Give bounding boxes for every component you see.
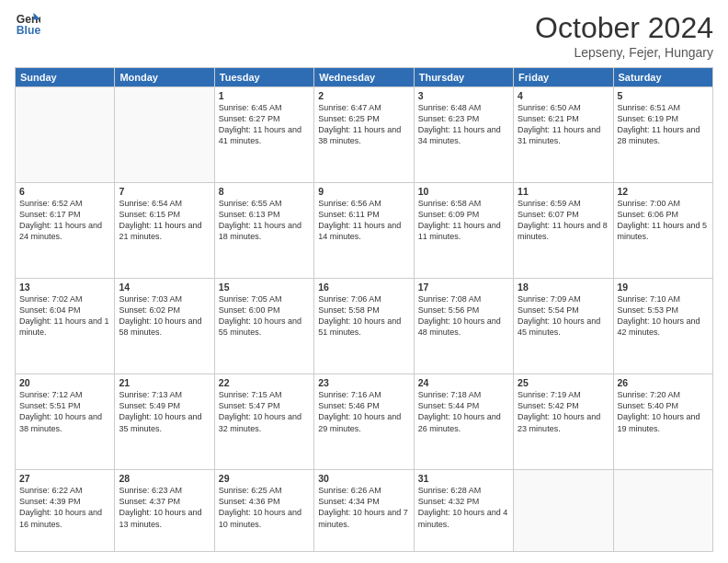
calendar-cell-w3-d7: 19 Sunrise: 7:10 AM Sunset: 5:53 PM Dayl… [613,279,712,374]
day-daylight: Daylight: 10 hours and 35 minutes. [119,412,201,432]
day-daylight: Daylight: 10 hours and 10 minutes. [219,508,301,528]
day-number: 8 [219,186,310,197]
calendar-cell-w4-d2: 21 Sunrise: 7:13 AM Sunset: 5:49 PM Dayl… [115,374,214,470]
header-monday: Monday [115,68,214,87]
day-daylight: Daylight: 11 hours and 24 minutes. [19,221,102,241]
day-number: 14 [119,282,210,293]
day-sunset: Sunset: 4:39 PM [19,497,81,506]
calendar-cell-w4-d7: 26 Sunrise: 7:20 AM Sunset: 5:40 PM Dayl… [613,374,712,470]
day-sunrise: Sunrise: 7:19 AM [518,390,581,399]
day-sunrise: Sunrise: 6:56 AM [318,199,381,208]
day-daylight: Daylight: 11 hours and 11 minutes. [418,221,501,241]
day-daylight: Daylight: 10 hours and 19 minutes. [618,412,700,432]
day-daylight: Daylight: 10 hours and 26 minutes. [418,412,501,432]
svg-text:Blue: Blue [17,24,40,37]
day-sunrise: Sunrise: 6:58 AM [418,199,482,208]
day-number: 22 [219,377,310,388]
calendar-cell-w5-d4: 30 Sunrise: 6:26 AM Sunset: 4:34 PM Dayl… [314,470,414,552]
day-sunrise: Sunrise: 6:50 AM [518,103,581,112]
day-daylight: Daylight: 11 hours and 38 minutes. [318,125,401,145]
day-sunset: Sunset: 5:44 PM [418,401,480,410]
day-number: 5 [618,90,709,101]
day-sunrise: Sunrise: 7:12 AM [19,390,83,399]
calendar-cell-w4-d3: 22 Sunrise: 7:15 AM Sunset: 5:47 PM Dayl… [214,374,313,470]
day-number: 10 [418,186,509,197]
day-daylight: Daylight: 10 hours and 13 minutes. [119,508,201,528]
day-sunrise: Sunrise: 6:25 AM [219,486,282,495]
day-number: 23 [318,377,409,388]
calendar-cell-w2-d6: 11 Sunrise: 6:59 AM Sunset: 6:07 PM Dayl… [514,183,613,279]
day-sunset: Sunset: 6:25 PM [318,114,380,123]
day-sunset: Sunset: 6:21 PM [518,114,579,123]
day-sunset: Sunset: 4:34 PM [318,497,380,506]
day-sunrise: Sunrise: 7:18 AM [418,390,482,399]
day-number: 27 [19,473,110,484]
day-daylight: Daylight: 11 hours and 5 minutes. [618,221,708,241]
day-sunrise: Sunrise: 6:23 AM [119,486,182,495]
day-sunset: Sunset: 4:32 PM [418,497,480,506]
day-number: 20 [19,377,110,388]
day-number: 4 [518,90,609,101]
day-sunset: Sunset: 5:51 PM [19,401,81,410]
day-sunset: Sunset: 6:17 PM [19,210,81,219]
calendar-cell-w5-d6 [514,470,613,552]
day-sunset: Sunset: 6:02 PM [119,305,180,315]
day-sunrise: Sunrise: 7:10 AM [618,294,681,304]
title-area: October 2024 Lepseny, Fejer, Hungary [535,11,713,60]
week-row-1: 1 Sunrise: 6:45 AM Sunset: 6:27 PM Dayli… [16,87,713,183]
day-sunrise: Sunrise: 7:13 AM [119,390,182,399]
calendar-cell-w4-d5: 24 Sunrise: 7:18 AM Sunset: 5:44 PM Dayl… [414,374,513,470]
day-number: 29 [219,473,310,484]
day-daylight: Daylight: 11 hours and 8 minutes. [518,221,608,241]
week-row-4: 20 Sunrise: 7:12 AM Sunset: 5:51 PM Dayl… [16,374,713,470]
calendar-cell-w2-d2: 7 Sunrise: 6:54 AM Sunset: 6:15 PM Dayli… [115,183,214,279]
day-number: 16 [318,282,409,293]
day-number: 2 [318,90,409,101]
day-sunrise: Sunrise: 7:09 AM [518,294,581,304]
day-daylight: Daylight: 10 hours and 23 minutes. [518,412,600,432]
calendar-table: Sunday Monday Tuesday Wednesday Thursday… [15,67,713,552]
day-sunset: Sunset: 6:13 PM [219,210,280,219]
header-thursday: Thursday [414,68,513,87]
day-daylight: Daylight: 10 hours and 48 minutes. [418,316,501,337]
day-sunrise: Sunrise: 7:20 AM [618,390,681,399]
day-daylight: Daylight: 10 hours and 42 minutes. [618,316,700,337]
calendar-header-row: Sunday Monday Tuesday Wednesday Thursday… [16,68,713,87]
day-daylight: Daylight: 11 hours and 14 minutes. [318,221,401,241]
calendar-cell-w4-d1: 20 Sunrise: 7:12 AM Sunset: 5:51 PM Dayl… [16,374,115,470]
day-daylight: Daylight: 11 hours and 31 minutes. [518,125,600,145]
day-sunset: Sunset: 6:15 PM [119,210,180,219]
day-daylight: Daylight: 10 hours and 45 minutes. [518,316,600,337]
day-daylight: Daylight: 10 hours and 58 minutes. [119,316,201,337]
day-sunrise: Sunrise: 6:26 AM [318,486,381,495]
day-sunset: Sunset: 6:19 PM [618,114,679,123]
day-sunrise: Sunrise: 6:48 AM [418,103,482,112]
calendar-cell-w3-d5: 17 Sunrise: 7:08 AM Sunset: 5:56 PM Dayl… [414,279,513,374]
calendar-cell-w3-d4: 16 Sunrise: 7:06 AM Sunset: 5:58 PM Dayl… [314,279,414,374]
day-daylight: Daylight: 10 hours and 4 minutes. [418,508,508,528]
day-sunset: Sunset: 4:37 PM [119,497,180,506]
day-sunset: Sunset: 6:23 PM [418,114,480,123]
day-sunrise: Sunrise: 7:05 AM [219,294,282,304]
day-daylight: Daylight: 10 hours and 32 minutes. [219,412,301,432]
day-sunset: Sunset: 5:58 PM [318,305,380,315]
calendar-cell-w2-d4: 9 Sunrise: 6:56 AM Sunset: 6:11 PM Dayli… [314,183,414,279]
day-sunset: Sunset: 6:04 PM [19,305,81,315]
calendar-cell-w2-d3: 8 Sunrise: 6:55 AM Sunset: 6:13 PM Dayli… [214,183,313,279]
day-number: 18 [518,282,609,293]
day-number: 3 [418,90,509,101]
week-row-5: 27 Sunrise: 6:22 AM Sunset: 4:39 PM Dayl… [16,470,713,552]
day-daylight: Daylight: 10 hours and 16 minutes. [19,508,102,528]
calendar-cell-w3-d1: 13 Sunrise: 7:02 AM Sunset: 6:04 PM Dayl… [16,279,115,374]
calendar-cell-w5-d2: 28 Sunrise: 6:23 AM Sunset: 4:37 PM Dayl… [115,470,214,552]
day-sunrise: Sunrise: 6:51 AM [618,103,681,112]
day-number: 30 [318,473,409,484]
calendar-cell-w3-d3: 15 Sunrise: 7:05 AM Sunset: 6:00 PM Dayl… [214,279,313,374]
day-number: 24 [418,377,509,388]
page-header: General Blue October 2024 Lepseny, Fejer… [15,11,713,60]
day-sunset: Sunset: 6:07 PM [518,210,579,219]
day-sunrise: Sunrise: 7:06 AM [318,294,381,304]
calendar-cell-w4-d6: 25 Sunrise: 7:19 AM Sunset: 5:42 PM Dayl… [514,374,613,470]
calendar-cell-w1-d1 [16,87,115,183]
day-sunset: Sunset: 5:40 PM [618,401,679,410]
